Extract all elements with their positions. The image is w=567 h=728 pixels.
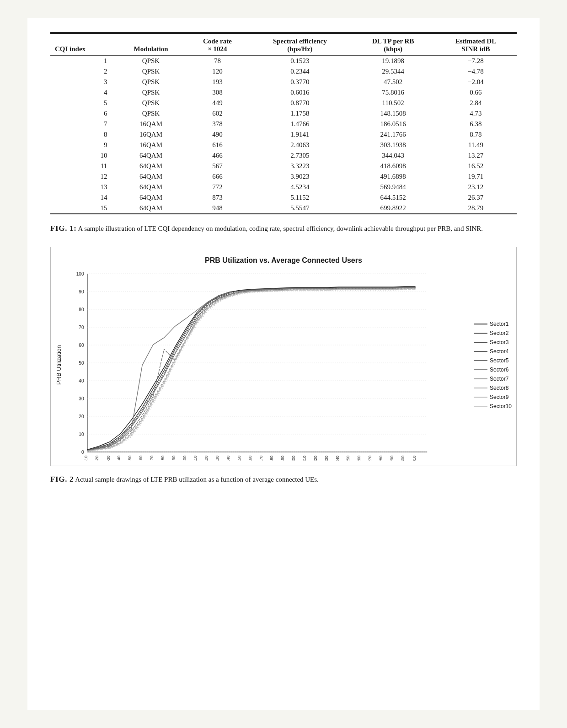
cell-mod: QPSK (115, 98, 186, 108)
svg-text:280-290: 280-290 (390, 456, 394, 461)
legend-line (474, 406, 487, 407)
cell-cqi: 14 (50, 192, 115, 203)
svg-text:260-270: 260-270 (368, 456, 373, 461)
svg-text:270-280: 270-280 (379, 456, 383, 461)
legend-label: Sector10 (490, 403, 512, 409)
cell-sinr: 4.73 (435, 108, 517, 119)
cell-spec: 1.9141 (248, 129, 351, 140)
table-row: 6 QPSK 602 1.1758 148.1508 4.73 (50, 108, 517, 119)
page-content: CQI index Modulation Code rate× 1024 Spe… (27, 18, 540, 710)
svg-text:180-190: 180-190 (281, 456, 285, 461)
legend-label: Sector8 (490, 385, 508, 391)
cqi-table: CQI index Modulation Code rate× 1024 Spe… (50, 33, 517, 214)
cell-code: 490 (187, 129, 249, 140)
cell-mod: 64QAM (115, 150, 186, 161)
cell-mod: 16QAM (115, 129, 186, 140)
cell-cqi: 5 (50, 98, 115, 108)
cell-cqi: 1 (50, 55, 115, 66)
cell-mod: QPSK (115, 87, 186, 98)
legend-item: Sector9 (474, 394, 512, 400)
table-row: 14 64QAM 873 5.1152 644.5152 26.37 (50, 192, 517, 203)
svg-text:50: 50 (79, 360, 84, 366)
cell-code: 602 (187, 108, 249, 119)
cell-sinr: 16.52 (435, 161, 517, 171)
cell-cqi: 2 (50, 66, 115, 77)
legend-label: Sector6 (490, 367, 508, 373)
cell-dltp: 344.043 (352, 150, 435, 161)
cell-sinr: 23.12 (435, 182, 517, 192)
svg-text:240-250: 240-250 (346, 456, 351, 461)
cell-spec: 2.4063 (248, 140, 351, 150)
cell-code: 567 (187, 161, 249, 171)
cell-code: 772 (187, 182, 249, 192)
legend-label: Sector1 (490, 321, 508, 327)
svg-text:120-130: 120-130 (215, 456, 219, 461)
cell-dltp: 148.1508 (352, 108, 435, 119)
cell-code: 449 (187, 98, 249, 108)
svg-text:40-50: 40-50 (128, 456, 133, 461)
svg-text:60-70: 60-70 (150, 456, 154, 461)
svg-text:210-220: 210-220 (313, 456, 318, 461)
cell-mod: QPSK (115, 108, 186, 119)
legend-item: Sector4 (474, 348, 512, 355)
legend-line (474, 397, 487, 398)
table-row: 11 64QAM 567 3.3223 418.6098 16.52 (50, 161, 517, 171)
cell-cqi: 12 (50, 171, 115, 182)
legend-item: Sector3 (474, 339, 512, 345)
svg-text:200-210: 200-210 (302, 456, 307, 461)
chart-legend: Sector1Sector2Sector3Sector4Sector5Secto… (469, 269, 512, 461)
cell-cqi: 6 (50, 108, 115, 119)
svg-text:170-180: 170-180 (270, 456, 274, 461)
fig2-caption: FIG. 2 Actual sample drawings of LTE PRB… (50, 473, 517, 485)
cell-code: 193 (187, 77, 249, 87)
svg-text:60: 60 (79, 342, 84, 348)
legend-item: Sector8 (474, 385, 512, 391)
cell-sinr: 6.38 (435, 119, 517, 129)
cell-code: 466 (187, 150, 249, 161)
svg-text:0-10: 0-10 (84, 456, 88, 461)
svg-text:190-200: 190-200 (291, 456, 296, 461)
cell-spec: 5.1152 (248, 192, 351, 203)
svg-text:20: 20 (79, 414, 84, 420)
svg-text:20-30: 20-30 (106, 456, 111, 461)
legend-item: Sector1 (474, 321, 512, 327)
table-row: 15 64QAM 948 5.5547 699.8922 28.79 (50, 203, 517, 214)
cell-cqi: 4 (50, 87, 115, 98)
cell-dltp: 699.8922 (352, 203, 435, 214)
cell-code: 616 (187, 140, 249, 150)
chart-inner: .grid-line { stroke: #ccc; stroke-width:… (66, 269, 469, 461)
cell-sinr: 0.66 (435, 87, 517, 98)
cell-code: 78 (187, 55, 249, 66)
cell-dltp: 47.502 (352, 77, 435, 87)
cell-spec: 1.1758 (248, 108, 351, 119)
legend-item: Sector2 (474, 330, 512, 336)
legend-line (474, 333, 487, 334)
table-row: 9 16QAM 616 2.4063 303.1938 11.49 (50, 140, 517, 150)
cell-sinr: 28.79 (435, 203, 517, 214)
legend-line (474, 388, 487, 388)
cell-spec: 0.2344 (248, 66, 351, 77)
cell-spec: 0.3770 (248, 77, 351, 87)
cell-code: 378 (187, 119, 249, 129)
svg-text:70-80: 70-80 (160, 456, 165, 461)
table-row: 13 64QAM 772 4.5234 569.9484 23.12 (50, 182, 517, 192)
cell-cqi: 8 (50, 129, 115, 140)
legend-label: Sector5 (490, 357, 508, 364)
cell-sinr: −7.28 (435, 55, 517, 66)
cell-mod: 64QAM (115, 203, 186, 214)
legend-line (474, 360, 487, 361)
svg-text:250-260: 250-260 (357, 456, 362, 461)
legend-label: Sector7 (490, 376, 508, 382)
cell-dltp: 29.5344 (352, 66, 435, 77)
cell-dltp: 19.1898 (352, 55, 435, 66)
svg-text:220-230: 220-230 (324, 456, 329, 461)
legend-line (474, 324, 487, 324)
cell-cqi: 7 (50, 119, 115, 129)
chart-svg-element: .grid-line { stroke: #ccc; stroke-width:… (66, 269, 469, 461)
svg-text:290-300: 290-300 (401, 456, 405, 461)
cell-mod: QPSK (115, 66, 186, 77)
cell-sinr: 2.84 (435, 98, 517, 108)
legend-label: Sector3 (490, 339, 508, 345)
legend-item: Sector7 (474, 376, 512, 382)
cell-cqi: 10 (50, 150, 115, 161)
